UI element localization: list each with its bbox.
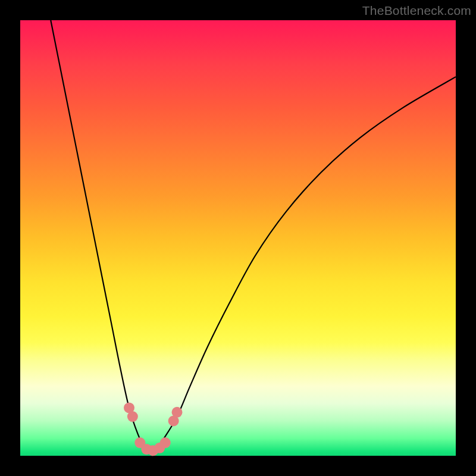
watermark-label: TheBottleneck.com [362, 4, 471, 18]
plot-area [20, 20, 456, 456]
outer-frame: TheBottleneck.com [0, 0, 476, 476]
